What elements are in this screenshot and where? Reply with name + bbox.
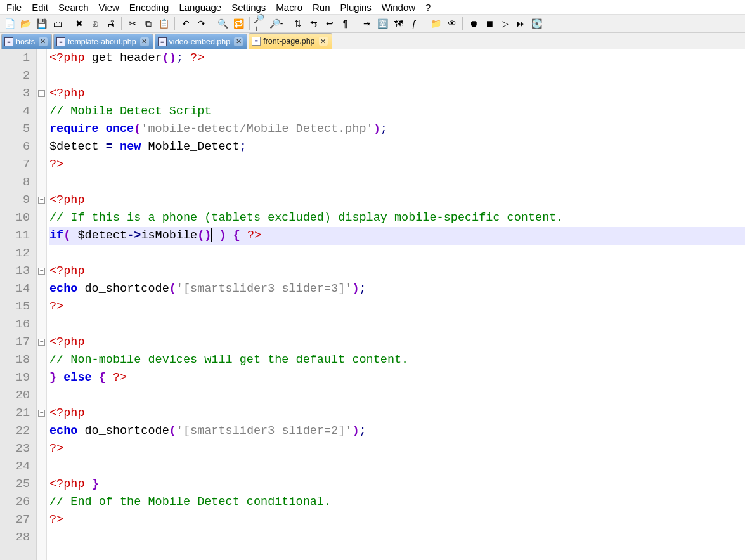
fold-toggle-icon[interactable]: − — [38, 268, 45, 275]
tab-close-icon[interactable]: ✕ — [39, 37, 48, 46]
copy-icon[interactable]: ⧉ — [141, 16, 155, 31]
undo-icon[interactable]: ↶ — [178, 16, 193, 31]
token — [212, 229, 219, 242]
save-icon[interactable]: 💾 — [34, 16, 49, 31]
close-icon[interactable]: ✖ — [72, 16, 86, 31]
token: { — [99, 371, 106, 384]
tab-close-icon[interactable]: ✕ — [319, 37, 328, 46]
code-line[interactable]: ?> — [49, 298, 745, 316]
menu-settings[interactable]: Settings — [226, 1, 271, 14]
zoom-in-icon[interactable]: 🔎+ — [253, 16, 268, 31]
fold-column[interactable]: −−−−− — [37, 49, 47, 560]
code-line[interactable]: <?php — [49, 263, 745, 280]
sync-h-icon[interactable]: ⇆ — [306, 16, 321, 31]
code-line[interactable]: echo do_shortcode('[smartslider3 slider=… — [49, 280, 745, 298]
menu-run[interactable]: Run — [308, 1, 335, 14]
code-line[interactable] — [49, 458, 745, 476]
code-line[interactable]: <?php — [49, 85, 745, 103]
close-all-icon[interactable]: ⎚ — [87, 16, 102, 31]
new-file-icon[interactable]: 📄 — [3, 16, 17, 31]
code-line[interactable]: // End of the Mobile Detect conditional. — [49, 493, 745, 511]
menu-edit[interactable]: Edit — [27, 1, 53, 14]
code-line[interactable]: <?php — [49, 405, 745, 422]
menu-view[interactable]: View — [94, 1, 124, 14]
token — [226, 229, 233, 242]
code-line[interactable]: $detect = new Mobile_Detect; — [49, 138, 745, 156]
code-line[interactable]: require_once('mobile-detect/Mobile_Detec… — [49, 120, 745, 138]
sync-v-icon[interactable]: ⇅ — [290, 16, 305, 31]
find-icon[interactable]: 🔍 — [216, 16, 230, 31]
code-editor[interactable]: 1234567891011121314151617181920212223242… — [0, 49, 745, 560]
menu-macro[interactable]: Macro — [271, 1, 308, 14]
token: <?php — [49, 335, 85, 349]
menu-file[interactable]: File — [1, 1, 27, 14]
run-multi-icon[interactable]: ⏭ — [514, 16, 528, 31]
code-line[interactable] — [49, 529, 745, 547]
fold-toggle-icon[interactable]: − — [38, 410, 45, 417]
fold-toggle-icon[interactable]: − — [38, 90, 45, 97]
token: 'mobile-detect/Mobile_Detect.php' — [141, 122, 373, 136]
fold-toggle-icon[interactable]: − — [38, 339, 45, 346]
token: ?> — [49, 158, 63, 171]
doc-map-icon[interactable]: 🗺 — [391, 16, 406, 31]
print-icon[interactable]: 🖨 — [103, 16, 118, 31]
code-line[interactable] — [49, 316, 745, 334]
save-all-icon[interactable]: 🗃 — [50, 16, 65, 31]
code-line[interactable]: // Non-mobile devices will get the defau… — [49, 351, 745, 369]
record-icon[interactable]: ⏺ — [466, 16, 481, 31]
code-line[interactable]: echo do_shortcode('[smartslider3 slider=… — [49, 422, 745, 440]
code-line[interactable] — [49, 245, 745, 263]
code-line[interactable]: <?php } — [49, 476, 745, 493]
token: do_shortcode — [85, 424, 169, 438]
tab-video-embed-php[interactable]: ≡video-embed.php✕ — [155, 34, 248, 49]
tab-close-icon[interactable]: ✕ — [234, 37, 243, 46]
code-line[interactable]: <?php — [49, 334, 745, 351]
play-icon[interactable]: ▷ — [498, 16, 512, 31]
menu-help[interactable]: ? — [420, 1, 436, 14]
zoom-out-icon[interactable]: 🔎- — [269, 16, 283, 31]
code-line[interactable]: } else { ?> — [49, 369, 745, 387]
code-line[interactable]: // If this is a phone (tablets excluded)… — [49, 209, 745, 227]
code-line[interactable] — [49, 387, 745, 405]
menu-plugins[interactable]: Plugins — [335, 1, 377, 14]
lang-icon[interactable]: 🈳 — [375, 16, 390, 31]
code-line[interactable]: <?php get_header(); ?> — [49, 49, 745, 67]
token: -> — [127, 229, 141, 242]
code-line[interactable]: <?php — [49, 192, 745, 209]
redo-icon[interactable]: ↷ — [194, 16, 209, 31]
stop-icon[interactable]: ⏹ — [482, 16, 496, 31]
code-line[interactable]: // Mobile Detect Script — [49, 103, 745, 120]
menu-window[interactable]: Window — [377, 1, 420, 14]
tab-hosts[interactable]: ≡hosts✕ — [1, 34, 52, 49]
code-area[interactable]: <?php get_header(); ?><?php// Mobile Det… — [47, 49, 745, 560]
cut-icon[interactable]: ✂ — [125, 16, 139, 31]
save-macro-icon[interactable]: 💽 — [529, 16, 544, 31]
tab-front-page-php[interactable]: ≡front-page.php✕ — [249, 33, 332, 49]
line-number: 11 — [0, 227, 30, 245]
indent-guide-icon[interactable]: ⇥ — [360, 16, 374, 31]
tab-template-about-php[interactable]: ≡template-about.php✕ — [53, 34, 153, 49]
tab-close-icon[interactable]: ✕ — [140, 37, 149, 46]
open-icon[interactable]: 📂 — [18, 16, 33, 31]
code-line[interactable]: ?> — [49, 511, 745, 529]
code-line[interactable] — [49, 174, 745, 192]
token: $detect — [70, 229, 127, 242]
menu-search[interactable]: Search — [53, 1, 94, 14]
menu-encoding[interactable]: Encoding — [124, 1, 174, 14]
fold-toggle-icon[interactable]: − — [38, 197, 45, 204]
code-line[interactable] — [49, 67, 745, 85]
replace-icon[interactable]: 🔁 — [231, 16, 246, 31]
menu-language[interactable]: Language — [174, 1, 226, 14]
paste-icon[interactable]: 📋 — [157, 16, 171, 31]
func-list-icon[interactable]: ƒ — [407, 16, 422, 31]
token: <?php — [49, 51, 92, 65]
all-chars-icon[interactable]: ¶ — [338, 16, 353, 31]
token: ?> — [240, 229, 261, 242]
code-line[interactable]: ?> — [49, 440, 745, 458]
line-number: 20 — [0, 387, 30, 405]
code-line[interactable]: ?> — [49, 156, 745, 174]
folder-icon[interactable]: 📁 — [429, 16, 443, 31]
monitor-icon[interactable]: 👁 — [444, 16, 459, 31]
wrap-icon[interactable]: ↩ — [322, 16, 337, 31]
code-line[interactable]: if( $detect->isMobile() ) { ?> — [49, 227, 745, 245]
